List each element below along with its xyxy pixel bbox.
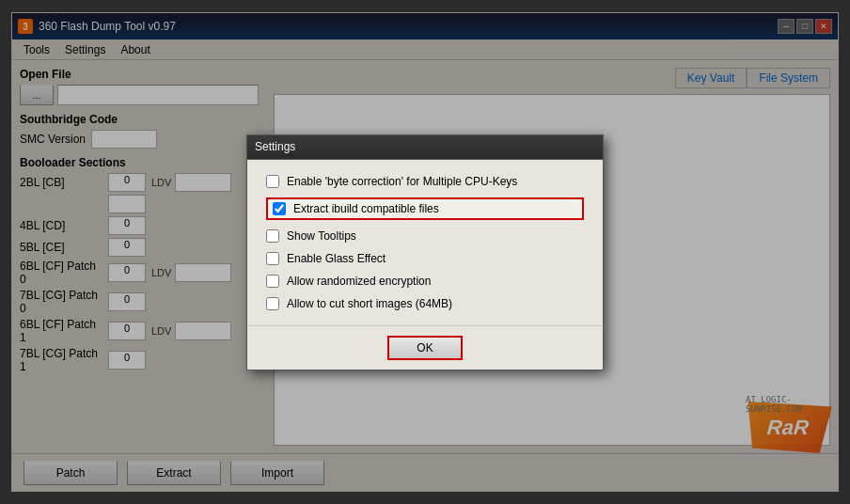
modal-title-bar: Settings [247, 135, 603, 160]
modal-body: Enable 'byte correction' for Multiple CP… [247, 160, 603, 325]
checkbox-cut-short-images[interactable] [266, 297, 279, 310]
checkbox-show-tooltips[interactable] [266, 229, 279, 243]
label-glass-effect[interactable]: Enable Glass Effect [287, 252, 386, 265]
label-show-tooltips[interactable]: Show Tooltips [287, 229, 356, 243]
label-extract-ibuild[interactable]: Extract ibuild compatible files [293, 202, 439, 215]
settings-dialog: Settings Enable 'byte correction' for Mu… [246, 134, 604, 370]
settings-option-3: Show Tooltips [266, 229, 584, 243]
label-byte-correction[interactable]: Enable 'byte correction' for Multiple CP… [287, 175, 517, 188]
settings-option-6: Allow to cut short images (64MB) [266, 297, 584, 310]
checkbox-glass-effect[interactable] [266, 252, 279, 265]
modal-overlay: Settings Enable 'byte correction' for Mu… [12, 13, 838, 491]
checkbox-byte-correction[interactable] [266, 175, 279, 188]
settings-option-5: Allow randomized encryption [266, 275, 584, 288]
settings-option-2: Extract ibuild compatible files [266, 197, 584, 220]
checkbox-randomized-encryption[interactable] [266, 275, 279, 288]
modal-title: Settings [255, 140, 295, 153]
modal-footer: OK [247, 325, 603, 370]
checkbox-extract-ibuild[interactable] [273, 202, 286, 215]
label-randomized-encryption[interactable]: Allow randomized encryption [287, 275, 431, 288]
settings-option-1: Enable 'byte correction' for Multiple CP… [266, 175, 584, 188]
label-cut-short-images[interactable]: Allow to cut short images (64MB) [287, 297, 452, 310]
main-window: 3 360 Flash Dump Tool v0.97 ─ □ ✕ Tools … [11, 12, 839, 492]
settings-option-4: Enable Glass Effect [266, 252, 584, 265]
ok-button[interactable]: OK [387, 336, 463, 360]
